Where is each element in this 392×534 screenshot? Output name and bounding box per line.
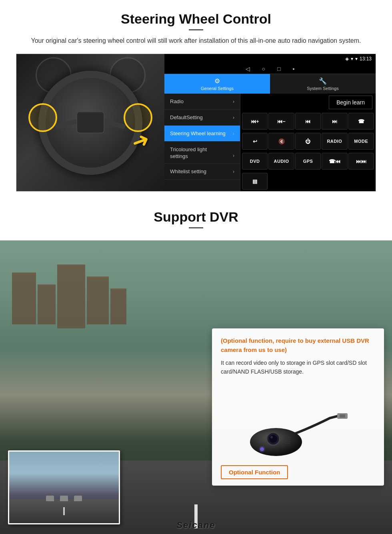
android-panel: ◈ ▾ ▾ 13:13 ◁ ○ □ ▪ ⚙ General Settings: [164, 54, 376, 191]
ctrl-whitelist-icon[interactable]: ▤: [242, 173, 268, 190]
tab-system-settings[interactable]: 🔧 System Settings: [270, 74, 376, 94]
recent-nav-btn[interactable]: □: [277, 66, 280, 72]
system-icon: 🔧: [319, 77, 327, 85]
svg-point-11: [259, 446, 265, 452]
thumb-dash-line: [63, 507, 65, 515]
ctrl-power[interactable]: ⏻: [295, 133, 321, 150]
ctrl-next-combo[interactable]: ⏭⏭: [348, 153, 374, 170]
building-4: [87, 276, 109, 324]
menu-steering-label: Steering Wheel learning: [170, 130, 226, 136]
dvr-thumbnail: [8, 450, 120, 524]
dvr-title-divider: [189, 227, 203, 228]
statusbar-icons: ◈ ▾ ▾ 13:13: [345, 56, 372, 62]
thumb-car-1: [46, 496, 54, 501]
menu-tri-label: Tricoloured light: [170, 146, 207, 152]
ui-screenshot: ➜ ◈ ▾ ▾ 13:13 ◁ ○ □ ▪: [16, 54, 376, 192]
buttons-panel: Begin learn ⏮+ ⏮− ⏮ ⏭ ☎ ↩ 🔇 ⏻: [240, 94, 376, 191]
status-bar: ◈ ▾ ▾ 13:13: [164, 54, 376, 64]
dvr-title: Support DVR: [0, 209, 392, 225]
settings-content: Radio › DefaultSetting › Steering Wheel …: [164, 94, 376, 191]
ctrl-audio[interactable]: AUDIO: [268, 153, 294, 170]
menu-steering-arrow: ›: [233, 131, 234, 136]
tab-general-label: General Settings: [201, 86, 234, 91]
ctrl-mode[interactable]: MODE: [348, 133, 374, 150]
begin-learn-button[interactable]: Begin learn: [329, 96, 372, 109]
menu-whitelist-label: Whitelist setting: [170, 168, 206, 174]
ctrl-vol-up[interactable]: ⏮+: [242, 113, 268, 130]
dvr-section: Support DVR: [0, 200, 392, 534]
dvr-camera-area: [221, 382, 375, 462]
seicane-logo: Seicane: [176, 520, 215, 530]
menu-radio-label: Radio: [170, 98, 184, 104]
ctrl-radio[interactable]: RADIO: [322, 133, 347, 150]
ctrl-hangup[interactable]: ↩: [242, 133, 268, 150]
wifi-icon: ▾: [351, 56, 353, 62]
control-buttons-row1: ⏮+ ⏮− ⏮ ⏭ ☎: [240, 111, 376, 131]
menu-radio-arrow: ›: [233, 99, 234, 104]
dvr-device-svg: [238, 386, 358, 458]
ctrl-phone-prev[interactable]: ☎⏮: [322, 153, 347, 170]
svg-point-4: [269, 435, 277, 443]
dvr-device-illustration: [238, 386, 358, 458]
menu-default-label: DefaultSetting: [170, 114, 203, 120]
dvr-background: (Optional function, require to buy exter…: [0, 240, 392, 534]
home-nav-btn[interactable]: ○: [262, 66, 265, 72]
thumb-road: [9, 499, 119, 523]
ctrl-dvd[interactable]: DVD: [242, 153, 268, 170]
building-3: [57, 264, 85, 328]
ctrl-gps[interactable]: GPS: [295, 153, 321, 170]
subtitle-text: Your original car's steering wheel contr…: [22, 36, 370, 46]
menu-item-radio[interactable]: Radio ›: [164, 94, 240, 110]
buildings-area: [0, 264, 392, 328]
optional-badge-container: Optional Function: [221, 462, 375, 479]
tab-general-settings[interactable]: ⚙ General Settings: [164, 74, 270, 94]
ctrl-phone[interactable]: ☎: [348, 113, 374, 130]
thumb-car-3: [74, 496, 82, 501]
steering-section: Steering Wheel Control Your original car…: [0, 0, 392, 192]
control-buttons-row4: ▤: [240, 171, 376, 191]
settings-tabs: ⚙ General Settings 🔧 System Settings: [164, 74, 376, 94]
main-title: Steering Wheel Control: [16, 11, 376, 27]
control-buttons-row2: ↩ 🔇 ⏻ RADIO MODE: [240, 131, 376, 151]
dvr-title-area: Support DVR: [0, 200, 392, 240]
gear-icon: ⚙: [214, 77, 220, 85]
location-icon: ◈: [345, 56, 349, 62]
highlight-circle-left: [28, 103, 57, 132]
building-5: [110, 288, 126, 324]
control-buttons-row3: DVD AUDIO GPS ☎⏮ ⏭⏭: [240, 151, 376, 171]
dvr-info-card: (Optional function, require to buy exter…: [212, 328, 384, 486]
menu-item-whitelist[interactable]: Whitelist setting ›: [164, 164, 240, 180]
menu-item-defaultsetting[interactable]: DefaultSetting ›: [164, 110, 240, 126]
menu-nav-btn[interactable]: ▪: [292, 66, 294, 72]
back-nav-btn[interactable]: ◁: [246, 66, 250, 72]
building-1: [12, 272, 36, 324]
signal-icon: ▾: [355, 56, 358, 62]
title-divider: [189, 29, 203, 30]
time-display: 13:13: [360, 56, 372, 62]
ctrl-mute[interactable]: 🔇: [268, 133, 294, 150]
building-2: [38, 284, 56, 324]
ctrl-next-track[interactable]: ⏭: [322, 113, 347, 130]
steering-hub: [76, 111, 104, 133]
menu-item-tricoloured[interactable]: Tricoloured light settings ›: [164, 142, 240, 164]
ctrl-vol-down[interactable]: ⏮−: [268, 113, 294, 130]
begin-learn-row: Begin learn: [240, 94, 376, 111]
optional-function-badge: Optional Function: [221, 465, 288, 479]
menu-item-steering-learning[interactable]: Steering Wheel learning ›: [164, 126, 240, 142]
svg-point-5: [270, 436, 273, 438]
menu-tri-label2: settings: [170, 153, 188, 159]
menu-list: Radio › DefaultSetting › Steering Wheel …: [164, 94, 240, 191]
tab-system-label: System Settings: [307, 86, 338, 91]
svg-rect-1: [340, 414, 345, 418]
thumb-car-2: [60, 496, 68, 501]
menu-tri-arrow: ›: [233, 153, 234, 158]
nav-bar: ◁ ○ □ ▪: [164, 64, 376, 74]
thumb-cars: [46, 496, 82, 501]
menu-whitelist-arrow: ›: [233, 169, 234, 174]
ctrl-prev-track[interactable]: ⏮: [295, 113, 321, 130]
menu-default-arrow: ›: [233, 115, 234, 120]
steering-wheel-photo: ➜: [16, 54, 164, 191]
highlight-circle-right: [124, 103, 152, 132]
dvr-optional-text: (Optional function, require to buy exter…: [221, 336, 375, 354]
dvr-desc-text: It can record video only to storage in G…: [221, 358, 375, 376]
